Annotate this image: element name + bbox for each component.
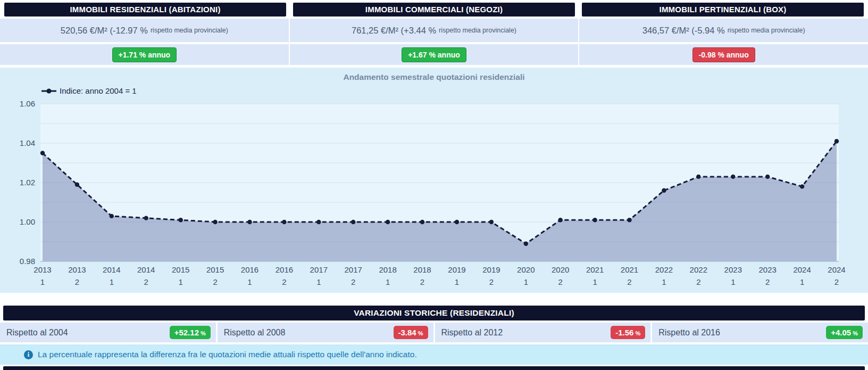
x-tick-semester: 2 (75, 277, 79, 286)
data-point[interactable] (247, 220, 252, 224)
chart-title: Andamento semestrale quotazioni residenz… (343, 72, 524, 81)
x-tick-semester: 2 (627, 277, 631, 286)
y-tick-label: 0.98 (20, 257, 35, 266)
data-point[interactable] (282, 220, 286, 224)
x-tick-semester: 1 (592, 277, 597, 286)
x-tick-year: 2023 (759, 265, 777, 274)
x-tick-year: 2017 (310, 265, 328, 274)
variation-label: Rispetto al 2016 (658, 328, 720, 338)
data-point[interactable] (834, 139, 839, 143)
variation-unit: % (201, 330, 206, 336)
badge-cell-residenziali: +1.71 % annuo (0, 44, 289, 65)
data-point[interactable] (627, 218, 631, 222)
note-row: i La percentuale rappresenta la differen… (0, 344, 868, 365)
variation-value: -1.56 (615, 328, 633, 337)
data-point[interactable] (179, 218, 183, 222)
x-tick-semester: 2 (420, 277, 424, 286)
annual-change-badge-commerciali[interactable]: +1.67 % annuo (402, 47, 466, 62)
data-point[interactable] (731, 175, 735, 179)
legend-label: Indice: anno 2004 = 1 (60, 86, 137, 95)
x-tick-year: 2021 (621, 265, 638, 274)
x-tick-year: 2015 (172, 265, 189, 274)
variation-cell-2004: Rispetto al 2004 +52.12% (0, 323, 216, 342)
data-point[interactable] (316, 220, 321, 224)
x-tick-year: 2018 (379, 265, 396, 274)
x-tick-semester: 1 (731, 277, 735, 286)
x-tick-year: 2013 (68, 265, 86, 274)
data-point[interactable] (213, 220, 217, 224)
x-tick-year: 2020 (552, 265, 569, 274)
value-note: rispetto media provinciale) (439, 27, 516, 34)
x-tick-year: 2013 (34, 265, 51, 274)
data-point[interactable] (800, 184, 804, 188)
x-tick-semester: 1 (386, 277, 390, 286)
badge-cell-commerciali: +1.67 % annuo (290, 44, 579, 65)
data-point[interactable] (765, 175, 770, 179)
x-tick-year: 2023 (724, 265, 742, 274)
x-tick-semester: 1 (110, 277, 114, 286)
x-tick-semester: 2 (489, 277, 494, 286)
x-tick-year: 2016 (241, 265, 258, 274)
x-tick-semester: 2 (144, 277, 148, 286)
x-tick-semester: 2 (213, 277, 217, 286)
summary-badges-row: +1.71 % annuo +1.67 % annuo -0.98 % annu… (0, 44, 868, 65)
data-point[interactable] (420, 220, 424, 224)
variations-row: Rispetto al 2004 +52.12% Rispetto al 200… (0, 323, 868, 342)
data-point[interactable] (558, 218, 563, 222)
x-tick-year: 2024 (828, 265, 845, 274)
x-tick-semester: 2 (765, 277, 770, 286)
variation-badge-2016: +4.05% (826, 326, 863, 339)
note-text: La percentuale rappresenta la differenza… (38, 350, 417, 359)
variation-badge-2008: -3.84% (394, 326, 428, 339)
x-tick-year: 2015 (206, 265, 224, 274)
x-tick-semester: 2 (558, 277, 563, 286)
trend-chart-section: Andamento semestrale quotazioni residenz… (0, 68, 868, 293)
data-point[interactable] (696, 175, 700, 179)
x-tick-year: 2014 (137, 265, 155, 274)
summary-headers-row: IMMOBILI RESIDENZIALI (ABITAZIONI) IMMOB… (0, 0, 868, 17)
variation-value: -3.84 (398, 328, 416, 337)
data-point[interactable] (144, 216, 148, 220)
variation-unit: % (635, 330, 640, 336)
value-note: rispetto media provinciale) (728, 27, 805, 34)
x-tick-year: 2022 (690, 265, 707, 274)
data-point[interactable] (386, 220, 390, 224)
x-tick-year: 2019 (448, 265, 465, 274)
data-point[interactable] (592, 218, 597, 222)
value-main: 520,56 €/M² (-12.97 % (61, 26, 148, 36)
x-tick-semester: 1 (524, 277, 528, 286)
variation-value: +52.12 (174, 328, 199, 337)
variation-unit: % (418, 330, 423, 336)
y-tick-label: 1.02 (20, 178, 35, 187)
data-point[interactable] (75, 183, 79, 187)
annual-change-badge-pertinenziali[interactable]: -0.98 % annuo (692, 47, 755, 62)
data-point[interactable] (489, 220, 494, 224)
y-tick-label: 1.06 (20, 99, 35, 108)
x-tick-semester: 2 (282, 277, 286, 286)
data-point[interactable] (40, 151, 45, 155)
variation-unit: % (853, 330, 858, 336)
x-tick-semester: 2 (834, 277, 839, 286)
variation-cell-2012: Rispetto al 2012 -1.56% (435, 323, 651, 342)
summary-values-row: 520,56 €/M² (-12.97 % rispetto media pro… (0, 19, 868, 42)
data-point[interactable] (662, 188, 666, 193)
variation-cell-2008: Rispetto al 2008 -3.84% (218, 323, 433, 342)
data-point[interactable] (351, 220, 355, 224)
data-point[interactable] (455, 220, 459, 224)
x-tick-year: 2014 (103, 265, 120, 274)
x-tick-year: 2018 (413, 265, 431, 274)
x-tick-semester: 1 (662, 277, 666, 286)
value-main: 346,57 €/M² (-5.94 % (642, 26, 725, 36)
x-tick-year: 2016 (276, 265, 293, 274)
value-pertinenziali: 346,57 €/M² (-5.94 % rispetto media prov… (579, 19, 868, 42)
data-point[interactable] (524, 242, 528, 246)
y-tick-label: 1.04 (20, 138, 35, 147)
data-point[interactable] (110, 214, 114, 218)
x-tick-semester: 1 (40, 277, 45, 286)
x-tick-year: 2019 (482, 265, 500, 274)
x-tick-year: 2024 (793, 265, 811, 274)
annual-change-badge-residenziali[interactable]: +1.71 % annuo (112, 47, 177, 62)
trend-chart: Andamento semestrale quotazioni residenz… (0, 68, 868, 293)
x-tick-year: 2021 (586, 265, 604, 274)
x-tick-year: 2022 (655, 265, 673, 274)
